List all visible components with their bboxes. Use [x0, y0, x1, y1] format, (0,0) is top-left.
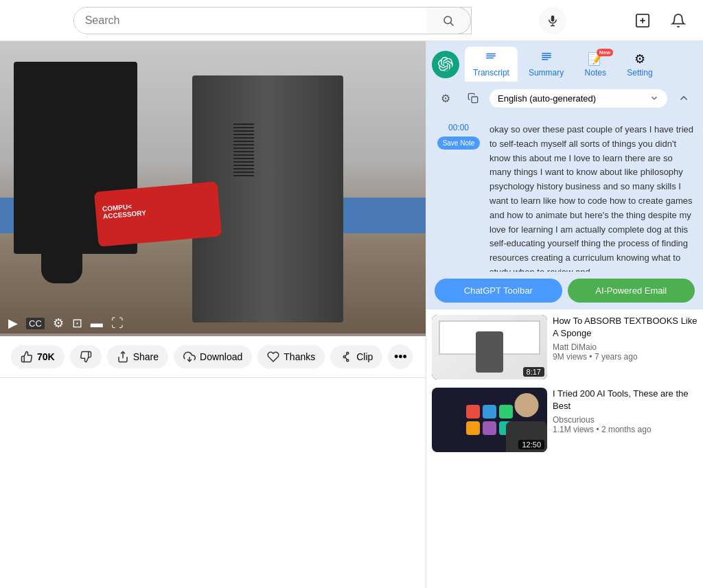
bell-icon: [671, 13, 686, 28]
time-save-col-0: 00:00 Save Note: [435, 123, 483, 272]
more-icon: •••: [394, 350, 407, 364]
video-views-0: 9M views: [553, 352, 587, 362]
transcript-segment-0: 00:00 Save Note okay so over these past …: [435, 123, 695, 272]
duration-badge-1: 12:50: [518, 440, 544, 449]
tab-transcript-label: Transcript: [473, 68, 509, 78]
miniplayer-button[interactable]: ⊡: [72, 316, 82, 331]
chevron-up-icon: [678, 92, 690, 104]
thanks-label: Thanks: [284, 351, 315, 362]
search-button[interactable]: [427, 7, 471, 34]
ai-email-button[interactable]: AI-Powered Email: [568, 279, 695, 303]
tab-setting[interactable]: ⚙ Setting: [619, 47, 660, 82]
recommended-section: 8:17 How To ABSORB TEXTBOOKS Like A Spon…: [426, 309, 703, 589]
video-player[interactable]: COMPU<ACCESSORY ▶ CC ⚙ ⊡ ▬ ⛶: [0, 41, 426, 336]
video-actions-bar: 70K Share: [0, 336, 426, 378]
thanks-button[interactable]: Thanks: [257, 345, 325, 368]
add-video-button[interactable]: [629, 7, 656, 34]
video-title-1: I Tried 200 AI Tools, These are the Best: [553, 388, 698, 412]
svg-rect-16: [487, 56, 496, 57]
transcript-tab-icon: [485, 51, 497, 67]
panel-tabs: Transcript Summary New 📝 Notes ⚙: [426, 41, 703, 82]
video-separator-1: •: [596, 425, 601, 434]
copy-icon: [468, 93, 479, 104]
dislike-button[interactable]: [70, 345, 102, 368]
chatgpt-logo: [432, 51, 459, 78]
settings-button[interactable]: ⚙: [53, 316, 64, 331]
red-bag: COMPU<ACCESSORY: [94, 182, 222, 247]
thumbdown-icon: [80, 351, 92, 363]
video-channel-1: Obscurious: [553, 415, 698, 425]
settings-gear-button[interactable]: ⚙: [435, 87, 457, 109]
share-button[interactable]: Share: [107, 345, 168, 368]
transcript-panel: Transcript Summary New 📝 Notes ⚙: [426, 41, 703, 309]
svg-rect-17: [487, 58, 494, 59]
svg-line-13: [345, 354, 347, 356]
tab-notes-label: Notes: [585, 68, 606, 78]
svg-point-10: [343, 356, 345, 358]
svg-rect-21: [542, 59, 548, 60]
clip-label: Clip: [356, 351, 373, 362]
more-button[interactable]: •••: [388, 344, 413, 369]
panel-actions: ChatGPT Toolbar AI-Powered Email: [426, 272, 703, 309]
thumbup-icon: [21, 351, 33, 363]
cc-button[interactable]: CC: [26, 318, 45, 329]
theater-button[interactable]: ▬: [91, 316, 103, 331]
right-panel: Transcript Summary New 📝 Notes ⚙: [426, 41, 703, 588]
tab-summary[interactable]: Summary: [520, 47, 572, 82]
download-button[interactable]: Download: [174, 345, 252, 368]
transcript-content[interactable]: 00:00 Save Note okay so over these past …: [426, 115, 703, 272]
tab-transcript[interactable]: Transcript: [465, 47, 518, 82]
transcript-text-0: okay so over these past couple of years …: [489, 123, 695, 272]
copy-button[interactable]: [462, 87, 484, 109]
fullscreen-button[interactable]: ⛶: [111, 316, 124, 331]
clip-button[interactable]: Clip: [330, 345, 382, 368]
play-button[interactable]: ▶: [8, 316, 18, 331]
like-button[interactable]: 70K: [11, 345, 65, 368]
notifications-button[interactable]: [665, 7, 692, 34]
share-icon: [117, 351, 129, 363]
search-input[interactable]: [74, 8, 427, 34]
svg-rect-2: [551, 15, 555, 21]
share-label: Share: [133, 351, 159, 362]
tab-summary-label: Summary: [529, 68, 564, 78]
mouse: [41, 222, 82, 283]
chatgpt-toolbar-button[interactable]: ChatGPT Toolbar: [435, 279, 562, 303]
top-bar: [0, 0, 703, 41]
svg-line-14: [345, 357, 347, 360]
timestamp-0[interactable]: 00:00: [448, 123, 469, 132]
video-thumb-1: 12:50: [432, 388, 547, 452]
language-value: English (auto-generated): [498, 93, 596, 104]
save-note-button-0[interactable]: Save Note: [437, 137, 481, 150]
summary-tab-icon: [540, 51, 553, 67]
svg-rect-22: [472, 97, 478, 103]
duration-badge-0: 8:17: [523, 367, 544, 377]
add-video-icon: [635, 13, 650, 28]
video-progress-bar[interactable]: [0, 333, 426, 336]
recommended-video-0[interactable]: 8:17 How To ABSORB TEXTBOOKS Like A Spon…: [432, 315, 698, 379]
search-icon: [442, 14, 454, 27]
video-info-1: I Tried 200 AI Tools, These are the Best…: [553, 388, 698, 452]
svg-rect-18: [542, 53, 551, 54]
recommended-video-1[interactable]: 12:50 I Tried 200 AI Tools, These are th…: [432, 388, 698, 452]
like-count: 70K: [37, 351, 55, 362]
video-meta-0: 9M views • 7 years ago: [553, 352, 698, 362]
mic-button[interactable]: [539, 7, 566, 34]
video-thumb-0: 8:17: [432, 315, 547, 379]
tab-notes[interactable]: New 📝 Notes: [575, 47, 616, 82]
search-container: [73, 7, 472, 34]
panel-toolbar: ⚙ English (auto-generated): [426, 82, 703, 115]
svg-rect-15: [487, 54, 496, 55]
video-thumbnail: COMPU<ACCESSORY: [0, 41, 426, 336]
download-icon: [183, 351, 196, 363]
video-age-0: 7 years ago: [595, 352, 638, 362]
svg-line-1: [451, 23, 454, 25]
video-views-1: 1.1M views: [553, 425, 594, 434]
tab-setting-label: Setting: [627, 68, 652, 78]
svg-point-0: [444, 16, 452, 24]
language-select[interactable]: English (auto-generated): [489, 89, 667, 108]
video-meta-1: 1.1M views • 2 months ago: [553, 425, 698, 434]
tower-vents: [233, 124, 254, 329]
download-label: Download: [200, 351, 242, 362]
collapse-button[interactable]: [673, 87, 695, 109]
video-age-1: 2 months ago: [601, 425, 652, 434]
